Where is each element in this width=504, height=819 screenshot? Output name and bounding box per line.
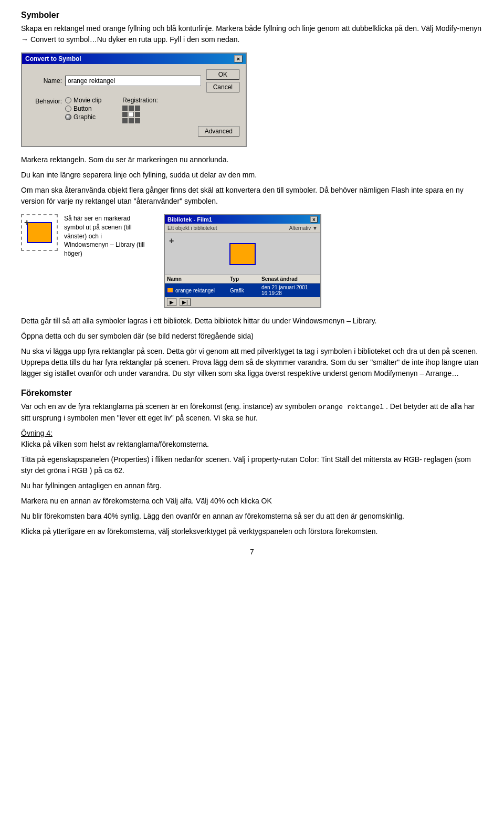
p-open: Öppna detta och du ser symbolen där (se … <box>21 331 483 342</box>
reg-cell-4[interactable] <box>122 112 128 117</box>
radio-graphic-label: Graphic <box>74 113 96 121</box>
registration-label: Registration: <box>122 97 158 104</box>
col-date-header: Senast ändrad <box>261 276 318 282</box>
library-preview-plus: + <box>169 236 174 246</box>
row-name-cell: orange rektangel <box>167 288 230 293</box>
convert-to-symbol-dialog: Convert to Symbol × Name: OK Cancel Beha… <box>21 52 247 147</box>
radio-graphic[interactable]: Graphic <box>65 113 101 121</box>
reg-cell-9[interactable] <box>135 118 140 123</box>
reg-cell-8[interactable] <box>129 118 134 123</box>
name-input[interactable] <box>65 76 201 86</box>
symbol-description: Så här ser en markerad symbol ut på scen… <box>64 214 148 258</box>
library-footer-btn-2[interactable]: ▶| <box>180 298 191 306</box>
row-rect-icon <box>167 288 173 293</box>
dialog-titlebar: Convert to Symbol × <box>22 54 246 64</box>
after-dialog-p2: Du kan inte längre separera linje och fy… <box>21 170 483 181</box>
reg-cell-5-center[interactable] <box>129 112 134 117</box>
radio-button-label: Button <box>74 105 92 112</box>
reg-cell-3[interactable] <box>135 106 140 111</box>
library-table-header: Namn Typ Senast ändrad <box>165 275 320 284</box>
radio-movie-clip-circle <box>65 97 71 103</box>
name-label: Name: <box>28 77 65 85</box>
dialog-wrapper: Convert to Symbol × Name: OK Cancel Beha… <box>21 52 483 147</box>
library-options-button[interactable]: Alternativ ▼ <box>289 225 318 231</box>
library-object-count: Ett objekt i biblioteket <box>167 225 217 231</box>
reg-cell-2[interactable] <box>129 106 134 111</box>
library-close-button[interactable]: × <box>310 216 318 223</box>
radio-movie-clip[interactable]: Movie clip <box>65 97 101 104</box>
exercise-text: Klicka på vilken som helst av rektanglar… <box>21 440 209 448</box>
orange-rectangle-symbol <box>27 222 52 243</box>
p-forekomst-before: Var och en av de fyra rektanglarna på sc… <box>21 402 316 411</box>
radio-button[interactable]: Button <box>65 105 101 112</box>
radio-graphic-circle <box>65 114 71 120</box>
p-forekomst: Var och en av de fyra rektanglarna på sc… <box>21 401 483 424</box>
library-footer-btn-1[interactable]: ▶ <box>167 298 176 306</box>
p-last: Klicka på ytterligare en av förekomstern… <box>21 526 483 537</box>
inline-code-symbol: orange rektangel <box>318 403 384 411</box>
p-scene: Nu ska vi lägga upp fyra rektanglar på s… <box>21 346 483 379</box>
row-name-text: orange rektangel <box>175 288 215 293</box>
dialog-close-button[interactable]: × <box>234 55 243 62</box>
reg-cell-1[interactable] <box>122 106 128 111</box>
library-footer: ▶ ▶| <box>165 297 320 307</box>
cancel-button[interactable]: Cancel <box>206 82 239 92</box>
library-title: Bibliotek - Film1 <box>167 216 212 223</box>
radio-button-circle <box>65 106 71 112</box>
after-dialog-p1: Markera rektangeln. Som du ser är marker… <box>21 154 483 165</box>
library-panel: Bibliotek - Film1 × Ett objekt i bibliot… <box>164 214 321 308</box>
col-name-header: Namn <box>167 276 230 282</box>
dialog-body: Name: OK Cancel Behavior: Movie clip <box>22 64 246 146</box>
p-color: Nu har fyllningen antagligen en annan fä… <box>21 480 483 491</box>
ok-button[interactable]: OK <box>206 69 239 80</box>
p-alpha1: Markera nu en annan av förekomsterna och… <box>21 496 483 507</box>
intro-paragraph: Skapa en rektangel med orange fyllning o… <box>21 23 483 45</box>
page-heading: Symboler <box>21 10 483 20</box>
dialog-title: Convert to Symbol <box>25 55 81 62</box>
registration-section: Registration: <box>122 97 158 123</box>
behavior-registration-row: Behavior: Movie clip Button Graphic <box>28 97 239 136</box>
p-library: Detta går till så att alla symboler lagr… <box>21 316 483 327</box>
forekomster-heading: Förekomster <box>21 388 483 398</box>
plus-sign-icon: + <box>24 217 30 228</box>
symbol-illustration-section: + Så här ser en markerad symbol ut på sc… <box>21 214 483 308</box>
library-table-row[interactable]: orange rektangel Grafik den 21 januari 2… <box>165 284 320 297</box>
library-preview-area: + <box>165 233 320 275</box>
library-preview-rect <box>229 243 256 265</box>
symbol-canvas: + <box>21 214 58 251</box>
library-toolbar: Ett objekt i biblioteket Alternativ ▼ <box>165 224 320 233</box>
page-number: 7 <box>21 548 483 556</box>
reg-cell-7[interactable] <box>122 118 128 123</box>
col-type-header: Typ <box>230 276 261 282</box>
exercise-label: Övning 4: <box>21 429 52 437</box>
advanced-button[interactable]: Advanced <box>198 126 239 136</box>
after-dialog-p3: Om man ska återanvända objekt flera gång… <box>21 185 483 207</box>
behavior-label: Behavior: <box>28 97 65 105</box>
behavior-options: Movie clip Button Graphic <box>65 97 101 121</box>
exercise-heading: Övning 4: Klicka på vilken som helst av … <box>21 428 483 450</box>
library-titlebar: Bibliotek - Film1 × <box>165 215 320 224</box>
row-type-cell: Grafik <box>230 288 261 293</box>
p-properties: Titta på egenskapspanelen (Properties) i… <box>21 454 483 476</box>
name-row: Name: OK Cancel <box>28 69 239 92</box>
registration-grid[interactable] <box>122 106 140 123</box>
p-alpha2: Nu blir förekomsten bara 40% synlig. Läg… <box>21 511 483 522</box>
reg-cell-6[interactable] <box>135 112 140 117</box>
radio-movie-clip-label: Movie clip <box>74 97 101 104</box>
dialog-buttons: OK Cancel <box>206 69 239 92</box>
advanced-button-area: Advanced <box>198 97 239 136</box>
symbol-left-group: + Så här ser en markerad symbol ut på sc… <box>21 214 148 258</box>
row-date-cell: den 21 januari 2001 16:19:28 <box>261 285 318 296</box>
